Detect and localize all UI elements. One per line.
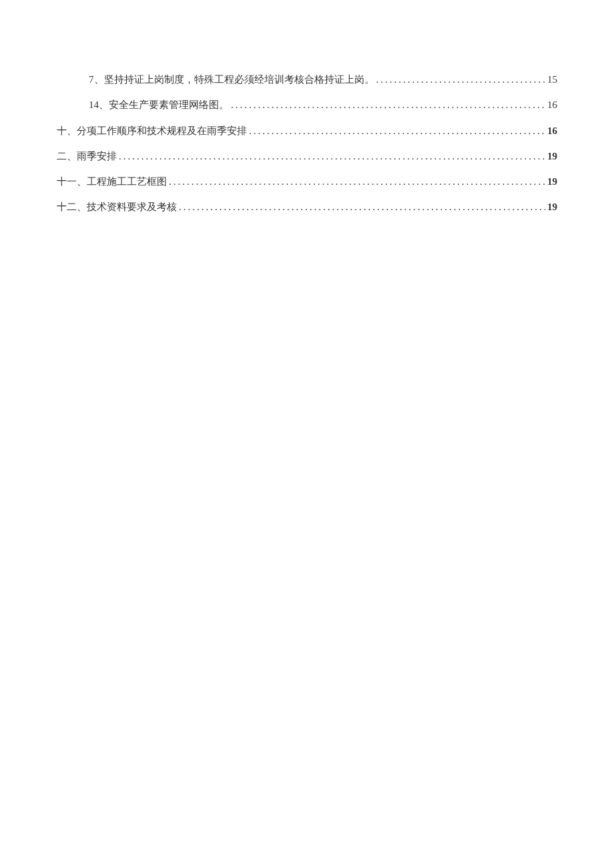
toc-entry-page: 16: [547, 92, 557, 117]
toc-entry: 14、安全生产要素管理网络图。 16: [57, 92, 557, 117]
toc-entry-text: 二、雨季安排: [57, 143, 117, 169]
toc-entry-page: 15: [547, 67, 557, 92]
toc-entry: 二、雨季安排 19: [57, 143, 557, 169]
toc-entry-text: 7、坚持持证上岗制度，特殊工程必须经培训考核合格持证上岗。: [89, 67, 374, 92]
toc-leader-dots: [249, 118, 545, 143]
toc-entry-text: 14、安全生产要素管理网络图。: [89, 92, 229, 117]
toc-leader-dots: [179, 194, 545, 220]
toc-entry-text: 十、分项工作顺序和技术规程及在雨季安排: [57, 118, 247, 143]
toc-entry-page: 19: [547, 143, 557, 169]
toc-entry-page: 19: [547, 169, 557, 194]
toc-leader-dots: [376, 67, 546, 92]
toc-entry: 7、坚持持证上岗制度，特殊工程必须经培训考核合格持证上岗。 15: [57, 67, 557, 92]
toc-entry-text: 十一、工程施工工艺框图: [57, 169, 167, 194]
toc-entry-page: 16: [547, 118, 557, 143]
toc-entry: 十二、技术资料要求及考核 19: [57, 194, 557, 220]
toc-entry-page: 19: [547, 194, 557, 220]
toc-leader-dots: [119, 143, 545, 169]
toc-entry: 十、分项工作顺序和技术规程及在雨季安排 16: [57, 118, 557, 143]
toc-entry-text: 十二、技术资料要求及考核: [57, 194, 177, 220]
toc-entry: 十一、工程施工工艺框图 19: [57, 169, 557, 194]
toc-leader-dots: [231, 92, 545, 117]
toc-leader-dots: [169, 169, 545, 194]
table-of-contents: 7、坚持持证上岗制度，特殊工程必须经培训考核合格持证上岗。 15 14、安全生产…: [57, 67, 557, 220]
